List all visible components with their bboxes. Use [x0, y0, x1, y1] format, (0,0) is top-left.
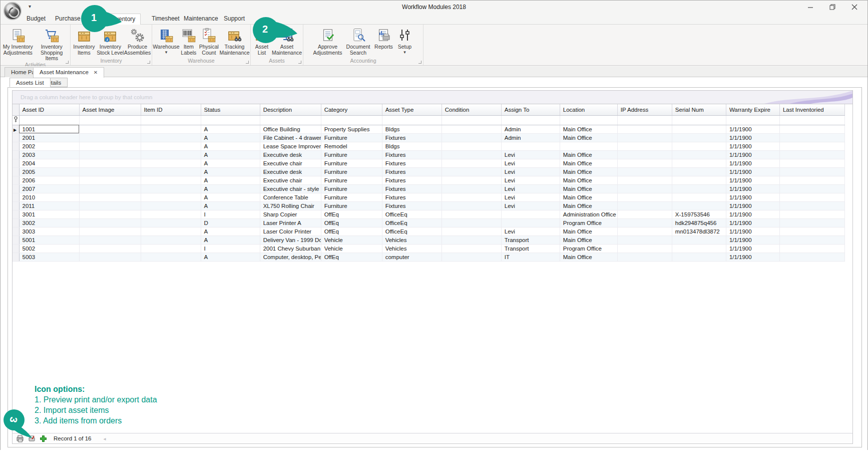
grid-cell[interactable] — [141, 133, 201, 142]
grid-cell[interactable]: A — [201, 201, 260, 210]
table-row[interactable]: 5003AComputer, desktop, Pe...OffEqcomput… — [13, 253, 845, 261]
grid-cell[interactable]: Levi — [501, 193, 560, 201]
grid-cell[interactable]: Executive desk — [260, 167, 321, 176]
grid-cell[interactable] — [672, 236, 726, 244]
grid-cell[interactable]: 1/1/1900 — [726, 125, 779, 133]
column-header[interactable]: Description — [260, 104, 321, 115]
grid-cell[interactable] — [672, 184, 726, 193]
grid-cell[interactable]: Laser Color Printer — [260, 227, 321, 236]
grid-cell[interactable]: 1/1/1900 — [726, 253, 779, 261]
grid-cell[interactable]: Main Office — [560, 227, 617, 236]
grid-cell[interactable] — [442, 133, 501, 142]
grid-cell[interactable]: Executive chair — [260, 159, 321, 167]
grid-cell[interactable] — [672, 201, 726, 210]
grid-cell[interactable]: 2006 — [19, 176, 79, 184]
table-row[interactable]: 5002I2001 Chevy SuburbanVehicleVehiclesT… — [13, 244, 845, 253]
grid-cell[interactable] — [79, 227, 141, 236]
grid-cell[interactable]: 1/1/1900 — [726, 210, 779, 218]
grid-cell[interactable] — [560, 142, 617, 150]
filter-cell[interactable] — [672, 115, 726, 125]
table-row[interactable]: 3001ISharp CopierOffEqOfficeEqAdministra… — [13, 210, 845, 218]
grid-cell[interactable]: Levi — [501, 150, 560, 159]
grid-cell[interactable]: Furniture — [321, 176, 382, 184]
grid-cell[interactable]: Property Supplies — [321, 125, 382, 133]
grid-cell[interactable]: Fixtures — [382, 167, 442, 176]
grid-cell[interactable] — [79, 244, 141, 253]
row-indicator[interactable] — [13, 142, 19, 150]
grid-cell[interactable] — [779, 218, 844, 227]
grid-cell[interactable]: Main Office — [560, 176, 617, 184]
grid-cell[interactable] — [442, 244, 501, 253]
grid-cell[interactable]: A — [201, 184, 260, 193]
grid-cell[interactable] — [442, 201, 501, 210]
grid-cell[interactable]: Fixtures — [382, 150, 442, 159]
setup-button[interactable]: Setup ▾ — [395, 26, 415, 54]
grid-cell[interactable] — [617, 218, 672, 227]
grid-cell[interactable]: Main Office — [560, 133, 617, 142]
dialog-launcher-icon[interactable] — [246, 61, 249, 64]
filter-cell[interactable] — [321, 115, 382, 125]
prev-record-icon[interactable]: ◂ — [103, 436, 106, 441]
grid-cell[interactable] — [141, 142, 201, 150]
grid-cell[interactable] — [617, 184, 672, 193]
grid-cell[interactable]: A — [201, 236, 260, 244]
table-row[interactable]: 3003ALaser Color PrinterOffEqOfficeEqLev… — [13, 227, 845, 236]
grid-cell[interactable]: 1/1/1900 — [726, 201, 779, 210]
grid-cell[interactable]: IT — [501, 253, 560, 261]
filter-cell[interactable] — [726, 115, 779, 125]
grid-cell[interactable] — [672, 125, 726, 133]
grid-cell[interactable]: Office Building — [260, 125, 321, 133]
grid-cell[interactable]: Levi — [501, 176, 560, 184]
grid-cell[interactable] — [617, 133, 672, 142]
group-by-panel[interactable]: Drag a column header here to group by th… — [13, 91, 852, 104]
grid-cell[interactable]: Levi — [501, 227, 560, 236]
filter-cell[interactable] — [617, 115, 672, 125]
dialog-launcher-icon[interactable] — [418, 61, 421, 64]
grid-cell[interactable]: A — [201, 159, 260, 167]
approve-adjustments-button[interactable]: Approve Adjustments — [312, 26, 344, 56]
grid-cell[interactable] — [442, 125, 501, 133]
column-header[interactable]: Assign To — [501, 104, 560, 115]
grid-cell[interactable] — [617, 210, 672, 218]
grid-cell[interactable] — [141, 125, 201, 133]
grid-cell[interactable] — [617, 150, 672, 159]
grid-cell[interactable]: 3002 — [19, 218, 79, 227]
column-header[interactable]: IP Address — [617, 104, 672, 115]
column-header[interactable]: Asset ID — [19, 104, 79, 115]
grid-cell[interactable] — [672, 193, 726, 201]
grid-cell[interactable]: Vehicle — [321, 244, 382, 253]
grid-cell[interactable]: Vehicles — [382, 244, 442, 253]
grid-cell[interactable] — [779, 236, 844, 244]
grid-cell[interactable]: OffEq — [321, 253, 382, 261]
grid-cell[interactable]: Vehicles — [382, 236, 442, 244]
table-row[interactable]: 2004AExecutive chairFurnitureFixturesLev… — [13, 159, 845, 167]
grid-cell[interactable] — [779, 253, 844, 261]
grid-cell[interactable]: Delivery Van - 1999 Do... — [260, 236, 321, 244]
grid-cell[interactable] — [141, 159, 201, 167]
grid-cell[interactable] — [442, 142, 501, 150]
warehouse-button[interactable]: Warehouse ▾ — [153, 26, 179, 54]
grid-cell[interactable] — [617, 236, 672, 244]
table-row[interactable]: 2007AExecutive chair - style 2FurnitureF… — [13, 184, 845, 193]
grid-cell[interactable]: OffEq — [321, 218, 382, 227]
grid-cell[interactable] — [617, 125, 672, 133]
grid-cell[interactable]: Furniture — [321, 167, 382, 176]
grid-cell[interactable] — [79, 150, 141, 159]
filter-cell[interactable] — [260, 115, 321, 125]
grid-cell[interactable]: A — [201, 193, 260, 201]
grid-cell[interactable] — [442, 253, 501, 261]
grid-cell[interactable]: Vehicle — [321, 236, 382, 244]
column-header[interactable]: Asset Type — [382, 104, 442, 115]
grid-cell[interactable]: A — [201, 142, 260, 150]
grid-cell[interactable]: Furniture — [321, 201, 382, 210]
column-header[interactable]: Condition — [442, 104, 501, 115]
grid-cell[interactable]: Main Office — [560, 125, 617, 133]
grid-cell[interactable] — [779, 142, 844, 150]
grid-cell[interactable]: 5001 — [19, 236, 79, 244]
grid-cell[interactable]: File Cabinet - 4 drawer ... — [260, 133, 321, 142]
grid-cell[interactable]: 2001 Chevy Suburban — [260, 244, 321, 253]
grid-cell[interactable] — [672, 167, 726, 176]
grid-cell[interactable]: 2010 — [19, 193, 79, 201]
grid-cell[interactable] — [779, 159, 844, 167]
grid-cell[interactable]: Furniture — [321, 184, 382, 193]
